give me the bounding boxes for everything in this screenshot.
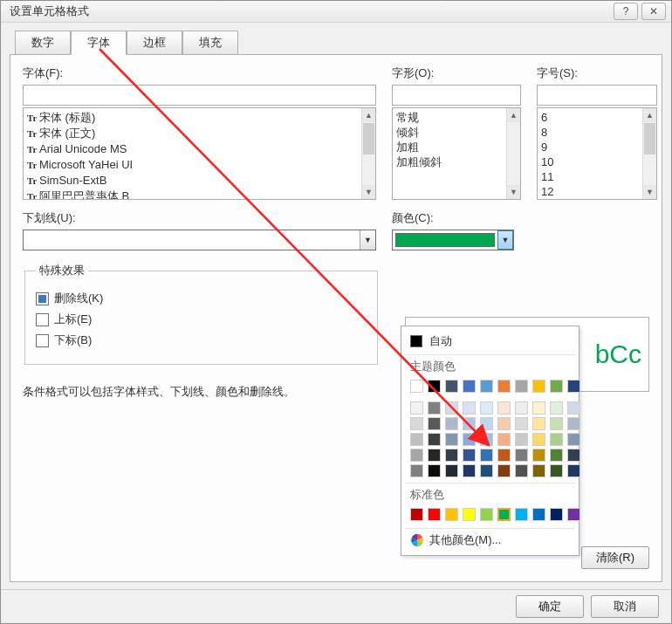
- color-swatch[interactable]: [410, 508, 423, 521]
- color-swatch[interactable]: [445, 508, 458, 521]
- color-swatch[interactable]: [515, 433, 528, 446]
- scroll-up-icon[interactable]: ▲: [643, 108, 656, 122]
- color-swatch[interactable]: [515, 380, 528, 393]
- color-swatch[interactable]: [515, 449, 528, 462]
- color-swatch[interactable]: [410, 417, 423, 430]
- color-swatch[interactable]: [445, 380, 458, 393]
- font-input[interactable]: [23, 85, 376, 106]
- scrollbar[interactable]: ▲ ▼: [642, 108, 656, 199]
- color-swatch[interactable]: [463, 417, 476, 430]
- color-swatch[interactable]: [532, 380, 545, 393]
- scroll-up-icon[interactable]: ▲: [507, 108, 520, 122]
- color-swatch[interactable]: [463, 449, 476, 462]
- subscript-checkbox[interactable]: [36, 334, 49, 347]
- color-swatch[interactable]: [550, 464, 563, 477]
- style-list[interactable]: 常规 倾斜 加粗 加粗倾斜 ▲ ▼: [392, 107, 521, 200]
- color-swatch[interactable]: [550, 433, 563, 446]
- color-swatch[interactable]: [567, 401, 580, 415]
- color-swatch[interactable]: [515, 464, 528, 477]
- color-swatch[interactable]: [480, 433, 493, 446]
- color-swatch[interactable]: [480, 417, 493, 430]
- scrollbar[interactable]: ▲ ▼: [506, 108, 520, 199]
- underline-combo[interactable]: ▼: [23, 230, 376, 250]
- color-swatch[interactable]: [410, 433, 423, 446]
- color-swatch[interactable]: [567, 449, 580, 462]
- color-swatch[interactable]: [497, 508, 511, 521]
- scrollbar[interactable]: ▲ ▼: [361, 108, 375, 199]
- color-swatch[interactable]: [532, 508, 545, 521]
- color-swatch[interactable]: [428, 433, 441, 446]
- color-swatch[interactable]: [567, 508, 580, 521]
- strike-checkbox[interactable]: [36, 292, 49, 305]
- color-swatch[interactable]: [532, 433, 545, 446]
- color-swatch[interactable]: [532, 417, 545, 430]
- chevron-down-icon[interactable]: ▼: [497, 230, 513, 250]
- auto-color-row[interactable]: 自动: [405, 330, 575, 353]
- tab-border[interactable]: 边框: [127, 31, 182, 55]
- color-swatch[interactable]: [497, 417, 511, 430]
- color-swatch[interactable]: [567, 433, 580, 446]
- chevron-down-icon[interactable]: ▼: [360, 230, 375, 250]
- color-swatch[interactable]: [497, 433, 511, 446]
- scroll-down-icon[interactable]: ▼: [643, 185, 656, 199]
- scroll-up-icon[interactable]: ▲: [362, 108, 375, 122]
- color-swatch[interactable]: [567, 380, 580, 393]
- color-swatch[interactable]: [550, 508, 563, 521]
- size-input[interactable]: [537, 85, 657, 106]
- color-swatch[interactable]: [410, 449, 423, 462]
- color-swatch[interactable]: [550, 401, 563, 415]
- color-swatch[interactable]: [445, 433, 458, 446]
- color-combo[interactable]: ▼: [392, 230, 514, 250]
- color-swatch[interactable]: [410, 380, 423, 393]
- color-swatch[interactable]: [480, 401, 493, 415]
- color-swatch[interactable]: [532, 401, 545, 415]
- color-swatch[interactable]: [480, 380, 493, 393]
- color-swatch[interactable]: [532, 449, 545, 462]
- color-swatch[interactable]: [497, 380, 511, 393]
- style-input[interactable]: [392, 85, 521, 106]
- size-list[interactable]: 6 8 9 10 11 12 ▲ ▼: [537, 107, 657, 200]
- color-swatch[interactable]: [445, 417, 458, 430]
- color-swatch[interactable]: [428, 508, 441, 521]
- cancel-button[interactable]: 取消: [591, 595, 659, 618]
- color-swatch[interactable]: [480, 464, 493, 477]
- scroll-thumb[interactable]: [363, 123, 374, 154]
- color-swatch[interactable]: [410, 401, 423, 415]
- scroll-down-icon[interactable]: ▼: [507, 185, 520, 199]
- color-swatch[interactable]: [463, 508, 476, 521]
- tab-font[interactable]: 字体: [71, 31, 127, 55]
- color-swatch[interactable]: [515, 417, 528, 430]
- scroll-down-icon[interactable]: ▼: [362, 185, 375, 199]
- color-swatch[interactable]: [515, 508, 528, 521]
- color-swatch[interactable]: [567, 464, 580, 477]
- color-swatch[interactable]: [410, 464, 423, 477]
- color-swatch[interactable]: [428, 417, 441, 430]
- clear-button[interactable]: 清除(R): [581, 546, 649, 569]
- color-swatch[interactable]: [428, 464, 441, 477]
- color-swatch[interactable]: [428, 401, 441, 415]
- color-swatch[interactable]: [532, 464, 545, 477]
- color-swatch[interactable]: [428, 380, 441, 393]
- ok-button[interactable]: 确定: [516, 595, 584, 618]
- color-swatch[interactable]: [567, 417, 580, 430]
- tab-fill[interactable]: 填充: [182, 31, 238, 55]
- color-swatch[interactable]: [445, 401, 458, 415]
- more-colors-row[interactable]: 其他颜色(M)...: [405, 528, 575, 552]
- color-swatch[interactable]: [463, 433, 476, 446]
- color-swatch[interactable]: [515, 401, 528, 415]
- color-swatch[interactable]: [497, 449, 511, 462]
- color-swatch[interactable]: [480, 508, 493, 521]
- font-list[interactable]: Tr宋体 (标题) Tr宋体 (正文) TrArial Unicode MS T…: [23, 107, 376, 200]
- color-swatch[interactable]: [463, 401, 476, 415]
- color-swatch[interactable]: [463, 380, 476, 393]
- color-swatch[interactable]: [497, 464, 511, 477]
- scroll-thumb[interactable]: [644, 123, 655, 154]
- color-swatch[interactable]: [480, 449, 493, 462]
- color-swatch[interactable]: [445, 449, 458, 462]
- close-button[interactable]: ✕: [641, 3, 666, 20]
- titlebar[interactable]: 设置单元格格式 ? ✕: [1, 1, 671, 23]
- help-button[interactable]: ?: [614, 3, 638, 20]
- superscript-checkbox[interactable]: [36, 313, 49, 326]
- tab-number[interactable]: 数字: [15, 31, 71, 55]
- color-swatch[interactable]: [497, 401, 511, 415]
